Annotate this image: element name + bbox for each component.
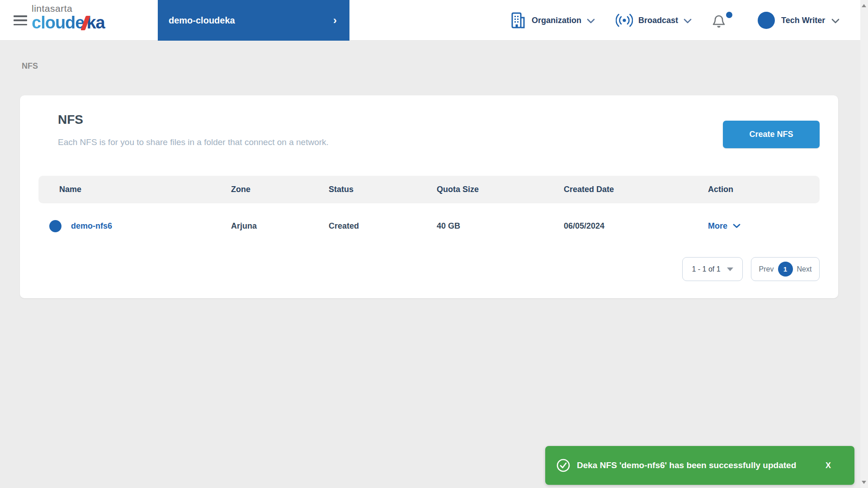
- check-circle-icon: [556, 458, 571, 473]
- cell-status: Created: [329, 221, 437, 231]
- chevron-down-icon: [587, 19, 595, 23]
- column-header-zone: Zone: [231, 185, 329, 194]
- toast-close-button[interactable]: X: [826, 461, 831, 470]
- status-dot-icon: [49, 220, 61, 232]
- brand-lintasarta: lintasarta: [32, 4, 105, 13]
- user-menu[interactable]: Tech Writer: [758, 0, 840, 41]
- menu-icon[interactable]: [14, 15, 27, 25]
- cell-name: demo-nfs6: [38, 220, 231, 232]
- create-nfs-button[interactable]: Create NFS: [723, 121, 820, 148]
- prev-page-button[interactable]: Prev: [759, 265, 774, 273]
- toast-message: Deka NFS 'demo-nfs6' has been successful…: [577, 460, 796, 470]
- notification-badge-dot: [726, 12, 732, 18]
- page-range-label: 1 - 1 of 1: [692, 265, 720, 273]
- brand-cloudeka: cloude ka: [32, 14, 105, 31]
- cell-quota-size: 40 GB: [437, 221, 564, 231]
- nfs-name-link[interactable]: demo-nfs6: [71, 221, 112, 231]
- notifications-button[interactable]: [712, 12, 733, 30]
- cell-zone: Arjuna: [231, 221, 329, 231]
- organization-menu[interactable]: Organization: [510, 0, 595, 41]
- broadcast-menu[interactable]: Broadcast: [616, 0, 692, 41]
- page-description: Each NFS is for you to share files in a …: [58, 137, 329, 147]
- cell-created-date: 06/05/2024: [564, 221, 708, 231]
- current-page-button[interactable]: 1: [778, 262, 793, 277]
- page-title: NFS: [58, 113, 83, 127]
- caret-down-icon: [727, 267, 733, 271]
- organization-label: Organization: [532, 16, 581, 25]
- broadcast-icon: [616, 14, 633, 27]
- more-actions-button[interactable]: More: [708, 221, 820, 231]
- avatar: [758, 12, 775, 29]
- success-toast: Deka NFS 'demo-nfs6' has been successful…: [545, 446, 854, 485]
- page-size-dropdown[interactable]: 1 - 1 of 1: [682, 257, 743, 281]
- scroll-up-icon[interactable]: [862, 4, 866, 7]
- organization-building-icon: [510, 12, 526, 29]
- table-header: Name Zone Status Quota Size Created Date…: [38, 176, 820, 203]
- column-header-status: Status: [329, 185, 437, 194]
- column-header-created-date: Created Date: [564, 185, 708, 194]
- broadcast-label: Broadcast: [638, 16, 678, 25]
- brand-logo: lintasarta cloude ka: [32, 4, 105, 31]
- pager: Prev 1 Next: [751, 257, 820, 281]
- scroll-down-icon[interactable]: [862, 481, 866, 484]
- column-header-action: Action: [708, 185, 820, 194]
- user-name: Tech Writer: [781, 16, 825, 25]
- chevron-down-icon: [684, 19, 692, 23]
- project-name: demo-cloudeka: [169, 15, 235, 26]
- nfs-panel: NFS Each NFS is for you to share files i…: [20, 95, 838, 298]
- bell-icon: [712, 12, 726, 29]
- project-selector[interactable]: demo-cloudeka ›: [158, 0, 349, 41]
- breadcrumb: NFS: [22, 61, 38, 71]
- chevron-right-icon: ›: [333, 15, 337, 26]
- column-header-name: Name: [38, 185, 231, 194]
- top-bar: lintasarta cloude ka demo-cloudeka › Org…: [0, 0, 868, 41]
- table-row: demo-nfs6 Arjuna Created 40 GB 06/05/202…: [38, 203, 820, 249]
- column-header-quota-size: Quota Size: [437, 185, 564, 194]
- next-page-button[interactable]: Next: [797, 265, 812, 273]
- chevron-down-icon: [733, 224, 741, 228]
- more-label: More: [708, 221, 727, 231]
- chevron-down-icon: [831, 19, 840, 23]
- vertical-scrollbar[interactable]: [860, 0, 868, 488]
